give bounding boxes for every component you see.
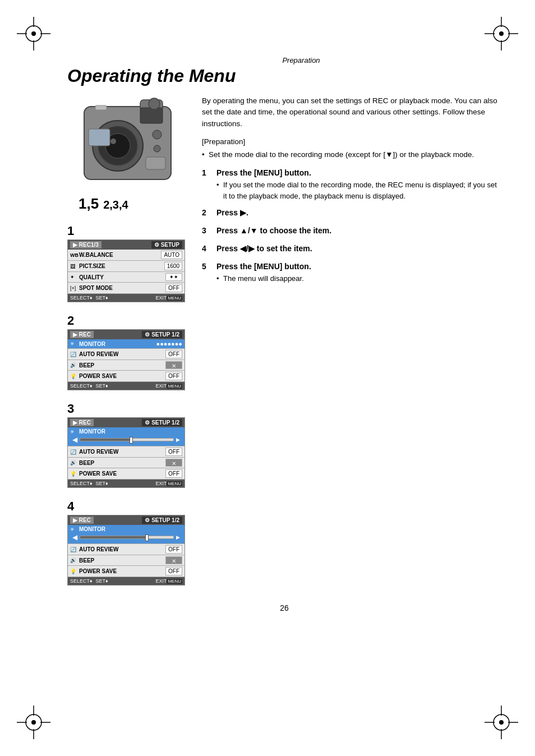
menu3-row-autoreview: 🔄 AUTO REVIEW OFF [68,446,185,458]
powersave-icon3: 💡 [70,471,79,477]
powersave-icon2: 💡 [70,374,79,379]
menu4-row-powersave: 💡 POWER SAVE OFF [68,566,185,577]
monitor-icon4: ✳ [70,527,79,532]
step-1-title: Press the [MENU] button. [216,168,501,177]
menu1-exit: EXITMENU [155,295,182,301]
menu1-step-number: 1 [67,224,191,238]
menu4-setup-tab: ⚙ SETUP 1/2 [142,517,182,524]
camera-label: 1,5 2,3,4 [79,195,191,213]
autoreview-label4: AUTO REVIEW [79,546,165,552]
monitor-label2: MONITOR [79,341,156,347]
corner-mark-bl [17,706,50,739]
svg-rect-30 [140,108,163,123]
svg-rect-33 [146,157,165,169]
autoreview-label2: AUTO REVIEW [79,351,165,357]
step-2-title: Press ▶. [216,208,501,217]
menu2-row-powersave: 💡 POWER SAVE OFF [68,371,185,382]
menu4-set: SET♦ [96,578,108,584]
menu4-exit: EXITMENU [155,578,182,584]
menu3-setup-tab: ⚙ SETUP 1/2 [142,419,182,426]
menu2-wrapper: 2 ▶ REC ⚙ SETUP 1/2 ✳ MONITOR ●●●●●●● [67,314,191,390]
monitor-icon3: ✳ [70,429,79,435]
menu3-row-powersave: 💡 POWER SAVE OFF [68,468,185,480]
menu2-box: ▶ REC ⚙ SETUP 1/2 ✳ MONITOR ●●●●●●● 🔄 AU… [67,329,185,390]
step-5-title: Press the [MENU] button. [216,262,501,271]
section-label: Preparation [101,56,501,64]
menu1-header: ▶ REC1/3 ⚙ SETUP [68,240,185,250]
beep-value2: ✕ [165,361,182,369]
menu2-footer: SELECT♦ SET♦ EXITMENU [68,382,185,390]
pictsize-icon: 🖼 [70,264,79,269]
camera-svg [67,95,179,191]
svg-point-11 [499,31,504,36]
label-234: 2,3,4 [103,199,128,211]
slider-dots: ▶ [176,437,180,442]
svg-rect-34 [89,129,110,146]
menu1-footer: SELECT♦ SET♦ EXITMENU [68,294,185,302]
menu1-rec-tab: ▶ REC1/3 [70,241,102,248]
beep-label2: BEEP [79,362,165,368]
powersave-value3: OFF [165,469,182,478]
menu2-exit: EXITMENU [155,383,182,389]
powersave-label2: POWER SAVE [79,373,165,379]
autoreview-icon3: 🔄 [70,449,79,455]
svg-point-23 [499,720,504,725]
right-column: By operating the menu, you can set the s… [202,95,501,291]
beep-icon2: 🔊 [70,362,79,368]
menu2-header: ▶ REC ⚙ SETUP 1/2 [68,330,185,339]
slider-thumb [130,437,133,444]
step-5: 5 Press the [MENU] button. The menu will… [202,262,501,284]
step-4-num: 4 [202,244,211,253]
menu2-select: SELECT♦ [70,383,93,389]
menu3-box: ▶ REC ⚙ SETUP 1/2 ✳ MONITOR ◀ [67,417,185,488]
quality-value: ✦✦ [165,273,182,281]
spotmode-value: OFF [165,284,182,292]
powersave-value4: OFF [165,567,182,575]
spotmode-icon: [+] [70,285,79,291]
autoreview-value2: OFF [165,350,182,358]
label-15: 1,5 [79,195,99,213]
menu3-set: SET♦ [96,481,108,486]
menu2-row-autoreview: 🔄 AUTO REVIEW OFF [68,349,185,360]
menu1-box: ▶ REC1/3 ⚙ SETUP WB W.BALANCE AUTO 🖼 PIC… [67,239,185,302]
menu4-step-number: 4 [67,499,191,514]
preparation-section: [Preparation] Set the mode dial to the r… [202,137,501,160]
menu1-wrapper: 1 ▶ REC1/3 ⚙ SETUP WB W.BALANCE AUTO 🖼 P… [67,224,191,302]
wbalance-label: W.BALANCE [79,252,161,258]
autoreview-value4: OFF [165,545,182,554]
svg-point-29 [110,139,116,144]
step-2-content: Press ▶. [216,208,501,219]
step-3-num: 3 [202,226,211,235]
corner-mark-tl [17,17,50,50]
menu3-monitor-header: ✳ MONITOR [70,428,182,435]
beep-value4: ✕ [165,556,182,564]
corner-mark-tr [485,17,518,50]
monitor-dots2: ●●●●●●● [156,340,182,347]
svg-point-17 [31,720,36,725]
menu3-row-beep: 🔊 BEEP ✕ [68,458,185,468]
step-1-num: 1 [202,168,211,177]
step-4-content: Press ◀/▶ to set the item. [216,244,501,255]
main-layout: 1,5 2,3,4 1 ▶ REC1/3 ⚙ SETUP WB W.BALANC… [67,95,501,592]
slider-thumb4 [145,534,149,541]
powersave-label4: POWER SAVE [79,568,165,574]
step-1-content: Press the [MENU] button. If you set the … [216,168,501,201]
steps-list: 1 Press the [MENU] button. If you set th… [202,168,501,284]
slider-fill [80,439,131,441]
menu2-row-monitor: ✳ MONITOR ●●●●●●● [68,339,185,349]
step-2-num: 2 [202,208,211,217]
svg-point-5 [31,31,36,36]
slider-fill4 [80,536,147,538]
prep-header: [Preparation] [202,137,501,146]
monitor-slider-row4: ◀ ▶ [70,532,182,542]
menu1-select: SELECT♦ [70,295,93,301]
left-column: 1,5 2,3,4 1 ▶ REC1/3 ⚙ SETUP WB W.BALANC… [67,95,191,592]
slider-left-arrow4: ◀ [72,533,77,541]
menu3-exit: EXITMENU [155,481,182,486]
slider-left-arrow: ◀ [72,436,77,444]
menu4-row-monitor: ✳ MONITOR ◀ ▶ [68,525,185,544]
step-2: 2 Press ▶. [202,208,501,219]
step-1-desc: If you set the mode dial to the recordin… [216,179,501,201]
monitor-slider-track4 [80,536,174,539]
wbalance-value: AUTO [161,251,182,259]
